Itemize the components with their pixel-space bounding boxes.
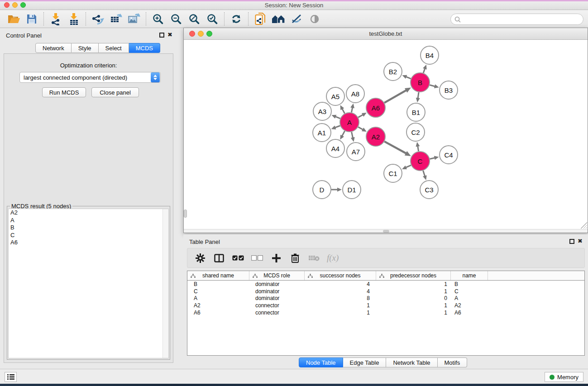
cell-predecessor-nodes[interactable]: 1 <box>376 281 451 287</box>
result-list-scrollbar[interactable] <box>163 209 168 358</box>
zoom-out-icon[interactable] <box>167 11 185 27</box>
list-item[interactable]: A6 <box>9 239 168 247</box>
network-window-titlebar[interactable]: testGlobe.txt <box>184 28 588 40</box>
network-horizontal-scroll-thumb[interactable] <box>383 230 389 233</box>
cell-predecessor-nodes[interactable]: 1 <box>376 310 451 316</box>
show-column-selector-icon[interactable] <box>213 251 225 265</box>
cell-shared-name[interactable]: B <box>187 281 249 287</box>
edge-A-A4[interactable] <box>342 131 344 136</box>
float-table-panel-icon[interactable] <box>569 239 574 244</box>
list-item[interactable]: A <box>9 217 168 224</box>
cell-predecessor-nodes[interactable]: 1 <box>376 288 451 295</box>
cell-name[interactable]: B <box>451 281 488 287</box>
cell-MCDS-role[interactable]: connector <box>249 310 305 316</box>
list-item[interactable]: A2 <box>9 209 168 217</box>
tab-node-table[interactable]: Node Table <box>299 357 343 367</box>
cell-name[interactable]: A6 <box>451 310 488 316</box>
toolbar-search[interactable] <box>450 14 583 25</box>
optimization-criterion-select[interactable]: largest connected component (directed) <box>19 72 161 83</box>
float-panel-icon[interactable] <box>159 33 164 38</box>
delete-column-trash-icon[interactable] <box>289 251 301 265</box>
tab-network[interactable]: Network <box>35 43 72 53</box>
import-network-icon[interactable] <box>47 11 65 27</box>
cell-predecessor-nodes[interactable]: 1 <box>376 302 451 309</box>
cell-successor-nodes[interactable]: 1 <box>305 302 376 309</box>
cell-shared-name[interactable]: C <box>187 288 249 295</box>
show-all-icon[interactable] <box>306 11 324 27</box>
column-header-successor-nodes[interactable]: successor nodes <box>305 271 376 280</box>
cell-MCDS-role[interactable]: dominator <box>249 281 305 287</box>
run-mcds-button[interactable]: Run MCDS <box>42 87 86 97</box>
network-horizontal-scrollbar[interactable] <box>184 229 588 233</box>
cell-successor-nodes[interactable]: 1 <box>305 310 376 316</box>
cell-successor-nodes[interactable]: 8 <box>305 295 376 301</box>
export-network-icon[interactable] <box>89 11 107 27</box>
edge-A6-B[interactable] <box>384 90 406 103</box>
column-header-shared-name[interactable]: shared name <box>187 271 249 280</box>
unselect-all-columns-icon[interactable] <box>251 251 263 265</box>
tab-style[interactable]: Style <box>72 43 99 53</box>
close-table-panel-icon[interactable]: ✖ <box>578 238 583 244</box>
table-row[interactable]: A6connector11A6 <box>187 309 584 316</box>
tab-select[interactable]: Select <box>99 43 129 53</box>
save-session-icon[interactable] <box>23 11 41 27</box>
refresh-layout-icon[interactable] <box>227 11 245 27</box>
close-panel-icon[interactable]: ✖ <box>167 31 172 38</box>
network-graph[interactable]: B4B2BB3A8A5A6A3B1AC2A1A2A4A7C4CC1C3DD1 <box>184 40 588 229</box>
cell-shared-name[interactable]: A6 <box>187 310 249 316</box>
cell-shared-name[interactable]: A <box>187 295 249 301</box>
table-row[interactable]: Cdominator41C <box>187 288 584 295</box>
cell-predecessor-nodes[interactable]: 0 <box>376 295 451 301</box>
cell-successor-nodes[interactable]: 4 <box>305 288 376 295</box>
import-table-icon[interactable] <box>65 11 83 27</box>
edge-A-A7[interactable] <box>352 132 353 138</box>
zoom-in-icon[interactable] <box>149 11 167 27</box>
table-row[interactable]: Adominator80A <box>187 295 584 302</box>
edge-C-C3[interactable] <box>423 171 425 176</box>
task-history-button[interactable] <box>5 372 17 382</box>
window-resize-grip[interactable] <box>581 222 587 229</box>
list-item[interactable]: C <box>9 232 168 239</box>
session-title: Session: New Session <box>0 2 588 9</box>
cell-name[interactable]: A2 <box>451 302 488 309</box>
edge-C-C1[interactable] <box>405 165 411 168</box>
export-table-icon[interactable] <box>107 11 125 27</box>
table-row[interactable]: A2connector11A2 <box>187 302 584 309</box>
edge-A2-C[interactable] <box>384 142 406 154</box>
export-image-icon[interactable] <box>125 11 143 27</box>
search-input[interactable] <box>461 15 583 24</box>
hide-selected-icon[interactable] <box>287 11 306 27</box>
column-header-predecessor-nodes[interactable]: predecessor nodes <box>376 271 451 280</box>
network-canvas[interactable]: B4B2BB3A8A5A6A3B1AC2A1A2A4A7C4CC1C3DD1 <box>184 40 588 229</box>
cell-shared-name[interactable]: A2 <box>187 302 249 309</box>
open-session-icon[interactable] <box>5 11 23 27</box>
create-new-column-icon[interactable] <box>270 251 282 265</box>
graph-node-label-B3: B3 <box>445 86 453 94</box>
column-header-name[interactable]: name <box>451 271 488 280</box>
main-toolbar <box>0 10 588 28</box>
table-settings-gear-icon[interactable] <box>194 251 206 265</box>
tab-motifs[interactable]: Motifs <box>438 357 468 367</box>
cell-MCDS-role[interactable]: dominator <box>249 288 305 295</box>
mcds-result-list[interactable]: A2ABCA6 <box>8 209 169 358</box>
cell-MCDS-role[interactable]: connector <box>249 302 305 309</box>
table-row[interactable]: Bdominator41B <box>187 281 584 288</box>
tab-mcds[interactable]: MCDS <box>129 43 160 53</box>
select-all-columns-icon[interactable] <box>232 251 244 265</box>
tab-edge-table[interactable]: Edge Table <box>343 357 387 367</box>
zoom-fit-icon[interactable] <box>185 11 203 27</box>
edge-B-B1[interactable] <box>418 92 419 99</box>
network-vertical-scroll-thumb[interactable] <box>184 210 187 218</box>
first-neighbors-icon[interactable] <box>269 11 287 27</box>
column-header-MCDS-role[interactable]: MCDS role <box>249 271 305 280</box>
zoom-selected-icon[interactable] <box>203 11 221 27</box>
cell-MCDS-role[interactable]: dominator <box>249 295 305 301</box>
tab-network-table[interactable]: Network Table <box>386 357 437 367</box>
cell-name[interactable]: C <box>451 288 488 295</box>
new-network-from-selection-icon[interactable] <box>251 11 269 27</box>
cell-name[interactable]: A <box>451 295 488 301</box>
cell-successor-nodes[interactable]: 4 <box>305 281 376 287</box>
close-panel-button[interactable]: Close panel <box>91 87 139 97</box>
memory-button[interactable]: Memory <box>545 372 583 382</box>
list-item[interactable]: B <box>9 224 168 232</box>
